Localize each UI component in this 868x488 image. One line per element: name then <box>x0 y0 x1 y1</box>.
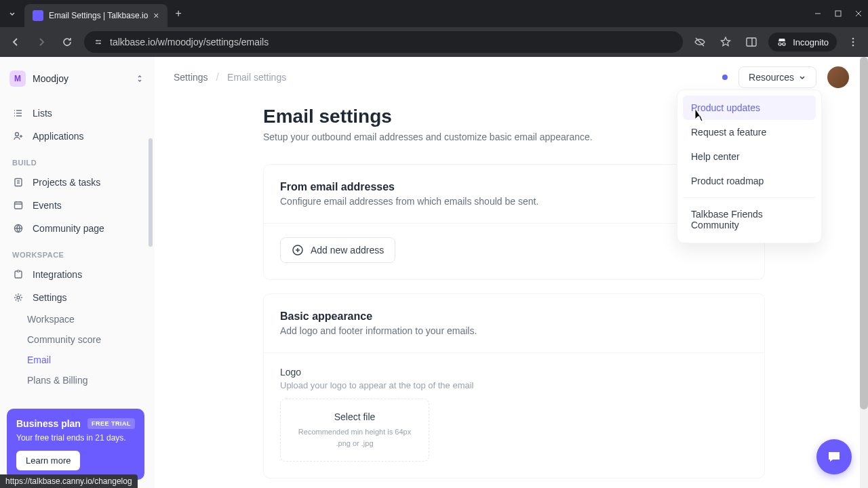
site-settings-icon[interactable] <box>94 37 103 47</box>
sidebar-item-lists[interactable]: Lists <box>5 102 149 125</box>
new-tab-button[interactable]: + <box>176 7 182 20</box>
sidebar-item-settings[interactable]: Settings <box>5 286 149 309</box>
svg-rect-11 <box>15 202 22 209</box>
sidebar-item-community-page[interactable]: Community page <box>5 217 149 240</box>
gear-icon <box>12 291 24 304</box>
minimize-icon[interactable] <box>814 9 822 18</box>
sidebar-sub-plans-billing[interactable]: Plans & Billing <box>5 370 149 390</box>
sidebar-sub-email[interactable]: Email <box>5 350 149 370</box>
logo-label: Logo <box>280 367 748 378</box>
eye-off-icon[interactable] <box>691 33 709 51</box>
sidebar-item-label: Integrations <box>33 269 82 280</box>
viewport-scrollbar-track[interactable] <box>860 57 868 488</box>
svg-point-6 <box>852 38 854 40</box>
sidebar-item-label: Community page <box>33 223 104 234</box>
svg-point-9 <box>16 133 19 136</box>
upload-hint-1: Recommended min height is 64px <box>293 426 416 438</box>
promo-title: Business plan <box>16 418 81 429</box>
resources-button[interactable]: Resources <box>738 66 816 88</box>
viewport-scrollbar-thumb[interactable] <box>860 57 868 409</box>
sidebar-scrollbar[interactable] <box>149 138 153 247</box>
svg-point-4 <box>778 43 781 45</box>
card-title: Basic appearance <box>280 310 748 323</box>
reload-button[interactable] <box>58 33 76 51</box>
dropdown-product-roadmap[interactable]: Product roadmap <box>683 169 816 193</box>
sidebar: M Moodjoy Lists Applications BUILD Proje… <box>0 57 155 488</box>
workspace-switcher[interactable]: M Moodjoy <box>5 65 149 92</box>
close-window-icon[interactable] <box>854 9 863 18</box>
appearance-card: Basic appearance Add logo and footer inf… <box>263 293 765 479</box>
browser-tab[interactable]: Email Settings | Talkbase.io × <box>24 4 167 27</box>
svg-rect-3 <box>747 38 756 46</box>
tab-title: Email Settings | Talkbase.io <box>49 11 148 20</box>
svg-point-15 <box>17 296 20 299</box>
svg-point-5 <box>783 43 785 45</box>
status-bar-link: https://talkbase.canny.io/changelog <box>0 474 138 488</box>
sidebar-item-label: Lists <box>33 108 52 119</box>
chat-widget-button[interactable] <box>816 439 852 474</box>
dropdown-request-feature[interactable]: Request a feature <box>683 120 816 144</box>
sidebar-item-label: Projects & tasks <box>33 177 100 188</box>
card-divider <box>264 352 764 353</box>
sidebar-sub-community-score[interactable]: Community score <box>5 329 149 350</box>
tab-search-dropdown[interactable] <box>5 7 19 20</box>
bookmark-star-icon[interactable] <box>717 33 734 51</box>
dropdown-divider <box>683 197 816 198</box>
chevron-down-icon <box>798 73 806 81</box>
notification-dot[interactable] <box>722 75 728 80</box>
upload-area[interactable]: Select file Recommended min height is 64… <box>280 399 429 462</box>
svg-point-2 <box>99 43 101 45</box>
list-icon <box>12 107 24 119</box>
promo-badge: FREE TRIAL <box>87 418 135 429</box>
clipboard-icon <box>12 176 24 188</box>
browser-toolbar: talkbase.io/w/moodjoy/settings/emails In… <box>0 27 868 57</box>
calendar-icon <box>12 199 24 211</box>
svg-rect-10 <box>15 179 22 186</box>
breadcrumb-root[interactable]: Settings <box>174 72 208 83</box>
tab-close-icon[interactable]: × <box>153 10 159 21</box>
dropdown-community[interactable]: Talkbase Friends Community <box>683 202 816 237</box>
sidebar-item-label: Applications <box>33 131 84 142</box>
add-button-label: Add new address <box>311 245 384 256</box>
incognito-label: Incognito <box>793 37 829 47</box>
promo-card: Business plan FREE TRIAL Your free trial… <box>7 409 144 480</box>
forward-button[interactable] <box>33 33 50 51</box>
url-text: talkbase.io/w/moodjoy/settings/emails <box>110 37 269 47</box>
window-controls <box>814 9 863 18</box>
user-avatar[interactable] <box>827 66 849 88</box>
back-button[interactable] <box>7 33 24 51</box>
user-plus-icon <box>12 130 24 142</box>
learn-more-button[interactable]: Learn more <box>16 451 80 470</box>
plus-circle-icon <box>292 244 304 256</box>
sidebar-sub-workspace[interactable]: Workspace <box>5 309 149 329</box>
globe-icon <box>12 222 24 235</box>
incognito-badge[interactable]: Incognito <box>768 33 837 52</box>
sidebar-section-workspace: WORKSPACE <box>5 240 149 263</box>
dropdown-help-center[interactable]: Help center <box>683 144 816 169</box>
sidebar-item-label: Settings <box>33 292 67 303</box>
address-bar[interactable]: talkbase.io/w/moodjoy/settings/emails <box>84 31 683 53</box>
side-panel-icon[interactable] <box>743 33 760 51</box>
svg-point-14 <box>18 270 20 272</box>
resources-dropdown: Product updates Request a feature Help c… <box>677 89 822 243</box>
sidebar-section-build: BUILD <box>5 148 149 171</box>
sidebar-item-integrations[interactable]: Integrations <box>5 263 149 286</box>
svg-point-8 <box>852 45 854 47</box>
sidebar-item-events[interactable]: Events <box>5 194 149 217</box>
puzzle-icon <box>12 268 24 281</box>
menu-icon[interactable] <box>845 34 861 50</box>
add-address-button[interactable]: Add new address <box>280 237 395 263</box>
resources-label: Resources <box>749 72 794 83</box>
sidebar-item-projects[interactable]: Projects & tasks <box>5 171 149 194</box>
svg-point-7 <box>852 41 854 43</box>
upload-hint-2: .png or .jpg <box>293 438 416 449</box>
incognito-icon <box>776 37 787 47</box>
dropdown-product-updates[interactable]: Product updates <box>683 96 816 120</box>
breadcrumb-current: Email settings <box>227 72 286 83</box>
svg-point-1 <box>96 40 98 42</box>
sidebar-item-applications[interactable]: Applications <box>5 125 149 148</box>
main-content: Settings / Email settings Resources Prod… <box>155 57 868 488</box>
maximize-icon[interactable] <box>834 9 842 18</box>
svg-rect-0 <box>835 11 841 16</box>
upload-title: Select file <box>293 411 416 422</box>
